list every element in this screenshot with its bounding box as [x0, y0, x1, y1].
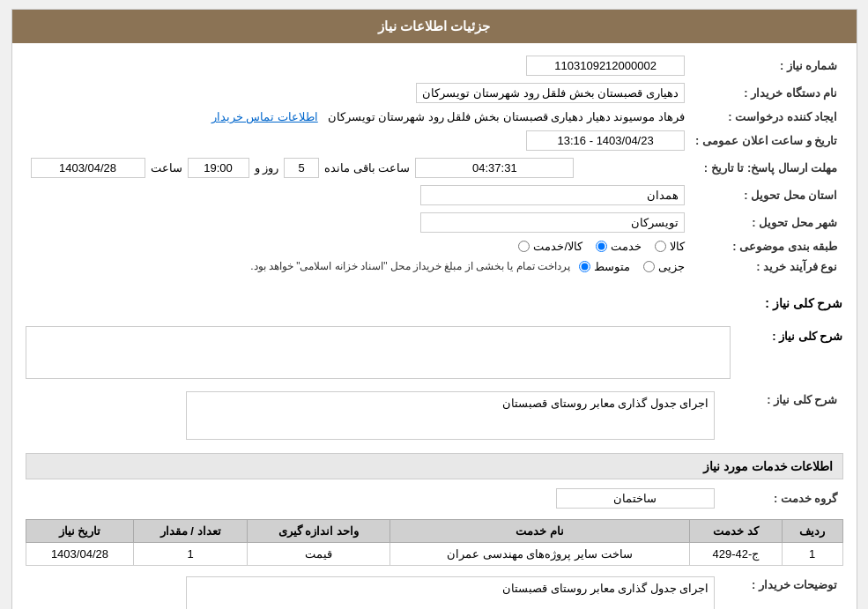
col-service-code: کد خدمت [690, 520, 783, 543]
cell-date: 1403/04/28 [26, 543, 134, 566]
cell-row_num: 1 [782, 543, 842, 566]
need-description-label: شرح کلی نیاز : [26, 291, 843, 316]
page-title: جزئیات اطلاعات نیاز [378, 19, 490, 33]
buyer-org-box: دهیاری قصبستان بخش فلقل رود شهرستان تویس… [416, 83, 685, 103]
process-mottavaset-item: متوسط [579, 260, 630, 273]
province-label: استان محل تحویل : [690, 182, 842, 209]
category-both-item: کالا/خدمت [518, 240, 582, 253]
services-table: ردیف کد خدمت نام خدمت واحد اندازه گیری ت… [26, 519, 843, 566]
service-group-box: ساختمان [556, 488, 715, 509]
table-row: 1ج-42-429ساخت سایر پروژه‌های مهندسی عمرا… [26, 543, 842, 566]
announce-date-value: 1403/04/23 - 13:16 [26, 127, 691, 154]
creator-text: فرهاد موسیوند دهیار دهیاری قصبستان بخش ف… [328, 110, 686, 123]
province-box: همدان [420, 185, 685, 205]
response-date-box: 1403/04/28 [31, 158, 145, 178]
col-service-name: نام خدمت [389, 520, 689, 543]
main-container: جزئیات اطلاعات نیاز شماره نیاز : 1103109… [11, 9, 857, 609]
info-table: شماره نیاز : 1103109212000002 نام دستگاه… [26, 52, 843, 277]
category-label: طبقه بندی موضوعی : [690, 236, 842, 256]
countdown-box: 04:37:31 [415, 158, 574, 178]
service-group-table: گروه خدمت : ساختمان [26, 485, 843, 512]
need-description-textarea[interactable] [26, 326, 731, 379]
category-khedmat-radio[interactable] [596, 241, 607, 252]
category-khedmat-label: خدمت [611, 240, 642, 253]
services-section-header: اطلاعات خدمات مورد نیاز [26, 453, 843, 479]
province-value: همدان [26, 182, 691, 209]
cell-service_code: ج-42-429 [690, 543, 783, 566]
announce-date-label: تاریخ و ساعت اعلان عمومی : [690, 127, 842, 154]
category-radios: کالا خدمت کالا/خدمت [26, 236, 691, 256]
announce-date-box: 1403/04/23 - 13:16 [526, 130, 685, 151]
response-deadline-value: 04:37:31 ساعت باقی مانده 5 روز و 19:00 س… [26, 154, 691, 182]
col-quantity: تعداد / مقدار [134, 520, 247, 543]
contact-link[interactable]: اطلاعات تماس خریدار [211, 110, 318, 123]
days-box: 5 [284, 158, 319, 178]
cell-service_name: ساخت سایر پروژه‌های مهندسی عمران [389, 543, 689, 566]
service-group-label: گروه خدمت : [720, 485, 843, 512]
need-desc-section-label: شرح کلی نیاز : [738, 326, 843, 343]
col-rownum: ردیف [782, 520, 842, 543]
col-unit: واحد اندازه گیری [247, 520, 389, 543]
need-desc-label-cell: شرح کلی نیاز : [720, 388, 843, 446]
buyer-notes-field[interactable] [186, 576, 715, 609]
page-header: جزئیات اطلاعات نیاز [12, 10, 857, 43]
service-group-value: ساختمان [26, 485, 720, 512]
category-kala-item: کالا [655, 240, 685, 253]
countdown-label: ساعت باقی مانده [324, 161, 410, 175]
category-khedmat-item: خدمت [596, 240, 642, 253]
process-note: پرداخت تمام یا بخشی از مبلغ خریداز محل "… [250, 260, 570, 272]
category-both-label: کالا/خدمت [533, 240, 582, 253]
city-box: تویسرکان [420, 212, 685, 233]
need-desc-value-cell: (function(){ const d = JSON.parse(docume… [26, 388, 720, 446]
buyer-notes-label: توضیحات خریدار : [720, 573, 843, 609]
need-number-value: 1103109212000002 [26, 52, 691, 79]
category-kala-label: کالا [670, 240, 685, 253]
cell-quantity: 1 [134, 543, 247, 566]
city-label: شهر محل تحویل : [690, 209, 842, 236]
col-date: تاریخ نیاز [26, 520, 134, 543]
content-area: شماره نیاز : 1103109212000002 نام دستگاه… [12, 43, 857, 609]
response-time-box: 19:00 [188, 158, 249, 178]
process-jozi-radio[interactable] [643, 261, 655, 272]
creator-value: فرهاد موسیوند دهیار دهیاری قصبستان بخش ف… [26, 107, 691, 127]
process-type-label: نوع فرآیند خرید : [690, 256, 842, 277]
process-jozi-label: جزیی [658, 260, 685, 273]
creator-label: ایجاد کننده درخواست : [690, 107, 842, 127]
need-number-label: شماره نیاز : [690, 52, 842, 79]
buyer-org-label: نام دستگاه خریدار : [690, 79, 842, 107]
response-time-label: ساعت [151, 161, 182, 175]
buyer-notes-table: توضیحات خریدار : (function(){ const d = … [26, 573, 843, 609]
category-kala-radio[interactable] [655, 241, 666, 252]
buyer-notes-value-cell: (function(){ const d = JSON.parse(docume… [26, 573, 720, 609]
need-number-box: 1103109212000002 [526, 56, 685, 76]
process-mottavaset-radio[interactable] [579, 261, 590, 272]
cell-unit: قیمت [247, 543, 389, 566]
process-type-value: جزیی متوسط پرداخت تمام یا بخشی از مبلغ خ… [26, 256, 691, 277]
process-mottavaset-label: متوسط [594, 260, 630, 273]
buyer-org-value: دهیاری قصبستان بخش فلقل رود شهرستان تویس… [26, 79, 691, 107]
process-jozi-item: جزیی [643, 260, 685, 273]
days-label: روز و [255, 161, 279, 175]
need-desc-table: شرح کلی نیاز : (function(){ const d = JS… [26, 388, 843, 446]
category-both-radio[interactable] [518, 241, 530, 252]
city-value: تویسرکان [26, 209, 691, 236]
need-desc-field[interactable] [186, 391, 715, 440]
response-deadline-label: مهلت ارسال پاسخ: تا تاریخ : [690, 154, 842, 182]
